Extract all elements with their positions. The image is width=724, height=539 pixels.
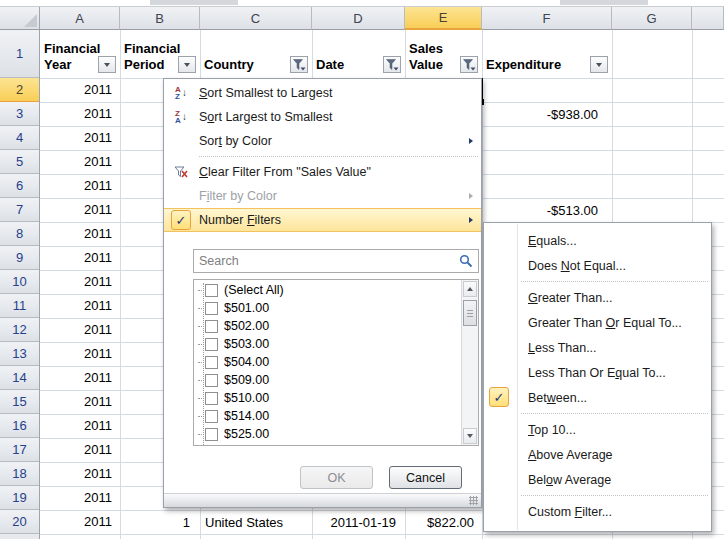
row-header[interactable]: 12 [0, 318, 39, 342]
filter-value-item-partial[interactable] [194, 443, 461, 446]
submenu-item-does-not-equal[interactable]: Does Not Equal... [484, 253, 711, 278]
column-header-f[interactable]: F [482, 7, 612, 30]
filter-value-item[interactable]: $502.00 [194, 317, 461, 335]
search-icon[interactable] [459, 254, 473, 268]
checkbox[interactable] [205, 356, 218, 369]
cell-financial-year[interactable]: 2011 [40, 462, 120, 486]
checkbox[interactable] [205, 410, 218, 423]
row-header[interactable]: 17 [0, 438, 39, 462]
select-all-corner[interactable] [0, 7, 40, 30]
filter-funnel-button-country[interactable] [290, 56, 308, 73]
menu-item-filter-by-color[interactable]: Filter by Color [164, 184, 481, 208]
filter-dropdown-button-financial-year[interactable] [98, 56, 116, 73]
column-header-g[interactable]: G [612, 7, 692, 30]
cell-financial-year[interactable]: 2011 [40, 510, 120, 534]
cell-financial-year[interactable]: 2011 [40, 294, 120, 318]
list-scrollbar[interactable] [461, 280, 478, 445]
checkbox[interactable] [205, 446, 218, 447]
submenu-item-equals[interactable]: Equals... [484, 228, 711, 253]
filter-value-item[interactable]: $509.00 [194, 371, 461, 389]
cell-f7-expenditure[interactable]: -$513.00 [482, 198, 606, 222]
submenu-item-below-average[interactable]: Below Average [484, 467, 711, 492]
filter-funnel-button-sales-value[interactable] [460, 56, 478, 73]
submenu-item-greater-than-or-equal[interactable]: Greater Than Or Equal To... [484, 310, 711, 335]
cell-financial-year[interactable]: 2011 [40, 246, 120, 270]
row-header[interactable]: 6 [0, 174, 39, 198]
scroll-down-button[interactable] [463, 428, 477, 444]
row-header[interactable]: 18 [0, 462, 39, 486]
cell-financial-year[interactable]: 2011 [40, 390, 120, 414]
search-input[interactable] [194, 253, 459, 269]
cell-financial-year[interactable]: 2011 [40, 222, 120, 246]
checkbox[interactable] [205, 284, 218, 297]
filter-value-item[interactable]: $514.00 [194, 407, 461, 425]
row-header[interactable]: 3 [0, 102, 39, 126]
row-header[interactable]: 9 [0, 246, 39, 270]
cell-financial-year[interactable]: 2011 [40, 438, 120, 462]
checkbox[interactable] [205, 338, 218, 351]
menu-item-clear-filter[interactable]: Clear Filter From "Sales Value" [164, 160, 481, 184]
column-header-e-selected[interactable]: E [405, 7, 482, 30]
column-a-values[interactable]: 2011201120112011201120112011201120112011… [40, 78, 120, 534]
row-header[interactable]: 15 [0, 390, 39, 414]
cell-financial-year[interactable]: 2011 [40, 150, 120, 174]
row-header[interactable]: 10 [0, 270, 39, 294]
ok-button[interactable]: OK [300, 466, 373, 489]
submenu-item-above-average[interactable]: Above Average [484, 442, 711, 467]
cell-c20-country[interactable]: United States [200, 510, 310, 534]
cell-b20-financial-period[interactable]: 1 [120, 510, 196, 534]
filter-funnel-button-date[interactable] [383, 56, 401, 73]
column-header-a[interactable]: A [40, 7, 120, 30]
cell-financial-year[interactable]: 2011 [40, 342, 120, 366]
row-header[interactable]: 16 [0, 414, 39, 438]
column-header-b[interactable]: B [120, 7, 200, 30]
checkbox[interactable] [205, 428, 218, 441]
cell-financial-year[interactable]: 2011 [40, 126, 120, 150]
cell-financial-year[interactable]: 2011 [40, 414, 120, 438]
row-headers[interactable]: 1234567891011121314151617181920 [0, 30, 40, 539]
checkbox[interactable] [205, 302, 218, 315]
column-header-c[interactable]: C [200, 7, 312, 30]
submenu-item-custom-filter[interactable]: Custom Filter... [484, 499, 711, 524]
filter-dropdown-button-expenditure[interactable] [590, 56, 608, 73]
resize-grip-icon[interactable] [469, 496, 478, 505]
row-header[interactable]: 8 [0, 222, 39, 246]
scroll-up-button[interactable] [463, 281, 477, 297]
menu-item-sort-smallest[interactable]: AZ↓ Sort Smallest to Largest [164, 81, 481, 105]
row-header[interactable]: 13 [0, 342, 39, 366]
cell-f3-expenditure[interactable]: -$938.00 [482, 102, 606, 126]
cell-financial-year[interactable]: 2011 [40, 198, 120, 222]
filter-dropdown-button-financial-period[interactable] [178, 56, 196, 73]
row-header[interactable]: 4 [0, 126, 39, 150]
cell-e20-sales-value[interactable]: $822.00 [405, 510, 478, 534]
submenu-item-less-than-or-equal[interactable]: Less Than Or Equal To... [484, 360, 711, 385]
menu-item-sort-by-color[interactable]: Sort by Color [164, 129, 481, 153]
row-header[interactable]: 7 [0, 198, 39, 222]
row-header[interactable]: 5 [0, 150, 39, 174]
cell-financial-year[interactable]: 2011 [40, 174, 120, 198]
row-header[interactable]: 1 [0, 30, 39, 78]
cell-financial-year[interactable]: 2011 [40, 486, 120, 510]
menu-item-number-filters[interactable]: ✓ Number Filters [164, 208, 481, 232]
checkbox[interactable] [205, 374, 218, 387]
filter-value-item[interactable]: (Select All) [194, 281, 461, 299]
row-header[interactable]: 2 [0, 78, 39, 102]
filter-value-item[interactable]: $525.00 [194, 425, 461, 443]
dropdown-resize-strip[interactable] [164, 493, 481, 507]
submenu-item-greater-than[interactable]: Greater Than... [484, 285, 711, 310]
cell-d20-date[interactable]: 2011-01-19 [312, 510, 401, 534]
menu-item-sort-largest[interactable]: ZA↓ Sort Largest to Smallest [164, 105, 481, 129]
cell-financial-year[interactable]: 2011 [40, 102, 120, 126]
filter-value-item[interactable]: $503.00 [194, 335, 461, 353]
cell-financial-year[interactable]: 2011 [40, 318, 120, 342]
column-header-d[interactable]: D [312, 7, 405, 30]
submenu-item-top-10[interactable]: Top 10... [484, 417, 711, 442]
row-header[interactable]: 11 [0, 294, 39, 318]
checkbox[interactable] [205, 392, 218, 405]
checkbox[interactable] [205, 320, 218, 333]
cell-financial-year[interactable]: 2011 [40, 366, 120, 390]
scrollbar-thumb[interactable] [463, 300, 477, 326]
filter-value-item[interactable]: $504.00 [194, 353, 461, 371]
row-header[interactable]: 14 [0, 366, 39, 390]
cell-financial-year[interactable]: 2011 [40, 78, 120, 102]
